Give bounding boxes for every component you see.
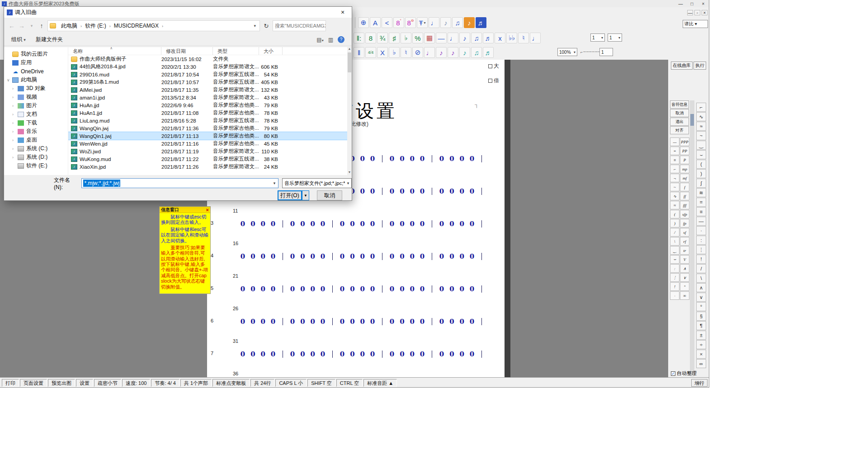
palette-icon[interactable]: !: [696, 255, 706, 264]
scrollbar-thumb[interactable]: [690, 114, 694, 126]
beamed-notes-icon[interactable]: ♫: [452, 17, 463, 28]
dialog-title-bar[interactable]: ♪ 调入旧曲 ×: [4, 7, 352, 18]
open-button[interactable]: 打开(O): [278, 190, 302, 200]
palette-icon[interactable]: §: [696, 312, 706, 321]
note-rest[interactable]: 0: [260, 252, 265, 261]
status-item[interactable]: 设置: [76, 379, 93, 387]
note-rest[interactable]: 0: [321, 252, 325, 261]
measure[interactable]: 0000: [285, 285, 330, 293]
note-rest[interactable]: 0: [420, 350, 425, 358]
articulation-icon[interactable]: —: [670, 137, 679, 146]
child-close-button[interactable]: ×: [702, 10, 708, 15]
organize-button[interactable]: 组织 ▾: [11, 36, 26, 43]
dynamic-button[interactable]: V: [680, 255, 689, 264]
note-orange-button[interactable]: ♪: [464, 17, 475, 28]
note-rest[interactable]: 0: [420, 187, 425, 195]
score-row[interactable]: 00000000000000000000: [235, 349, 484, 359]
note-rest[interactable]: 0: [310, 350, 315, 358]
minimize-button[interactable]: —: [675, 0, 686, 7]
note-rest[interactable]: 0: [459, 252, 464, 261]
measure[interactable]: 0000: [335, 318, 380, 326]
note-rest[interactable]: 0: [449, 187, 454, 195]
status-item[interactable]: 节奏: 4/ 4: [151, 379, 179, 387]
note-rest[interactable]: 0: [310, 318, 315, 326]
note-rest[interactable]: 0: [250, 220, 255, 228]
dynamic-button[interactable]: ∞: [680, 291, 689, 300]
breadcrumb-segment[interactable]: MUSICDREAMGX: [111, 23, 161, 29]
dynamic-button[interactable]: sf: [680, 228, 689, 237]
filename-value[interactable]: *.mjw;*.jjd;*.jwj: [83, 180, 120, 187]
status-item[interactable]: 预览出图: [48, 379, 75, 387]
note-rest[interactable]: 0: [260, 318, 265, 326]
teal-beamed-icon[interactable]: ♫: [471, 47, 482, 58]
note-rest[interactable]: 0: [439, 155, 444, 163]
address-dropdown-icon[interactable]: ▾: [251, 24, 259, 28]
refresh-icon[interactable]: ↻: [262, 23, 271, 29]
status-item[interactable]: CAPS L 小: [275, 379, 307, 387]
note-rest[interactable]: 0: [370, 252, 375, 261]
measure[interactable]: 0000: [285, 252, 330, 261]
file-row[interactable]: ♪WangQin1.jwj2021/8/17 11:13音乐梦想家吉他类...8…: [68, 132, 352, 140]
measure[interactable]: 0000: [335, 285, 380, 293]
note-rest[interactable]: 0: [420, 318, 425, 326]
articulation-icon[interactable]: ⋮: [670, 273, 679, 282]
dynamic-button[interactable]: fp: [680, 219, 689, 228]
dynamic-button[interactable]: mf: [680, 174, 689, 182]
target-tool-icon[interactable]: ⊕: [358, 17, 369, 28]
tuplet-tool-icon[interactable]: Ŧ▾: [417, 17, 428, 28]
note-rest[interactable]: 0: [459, 350, 464, 358]
teal-beamed16-icon[interactable]: ♬: [483, 47, 494, 58]
measure[interactable]: 0000: [235, 318, 281, 326]
note-rest[interactable]: 0: [300, 285, 305, 293]
sidebar-item-music[interactable]: ›音乐: [4, 127, 68, 136]
measure[interactable]: 0000: [335, 350, 380, 358]
note-info-button[interactable]: 对齐: [670, 126, 689, 134]
note-rest[interactable]: 0: [449, 285, 454, 293]
note-rest[interactable]: 0: [449, 155, 454, 163]
file-row[interactable]: ♪WangQin.jwj2021/8/17 11:36音乐梦想家吉他类...79…: [68, 124, 352, 132]
sidebar-item-pc[interactable]: ∨此电脑: [4, 76, 68, 84]
status-item[interactable]: 页面设置: [20, 379, 47, 387]
measure[interactable]: 0000: [384, 155, 430, 163]
note-rest[interactable]: 0: [310, 285, 315, 293]
track-spinner[interactable]: 1▾: [608, 33, 622, 42]
note-rest[interactable]: 0: [459, 155, 464, 163]
file-row[interactable]: ♪XiaoXin.jpd2021/8/17 11:26音乐梦想家简谱文...24…: [68, 163, 352, 171]
note-rest[interactable]: 0: [470, 285, 474, 293]
note-rest[interactable]: 0: [400, 187, 404, 195]
note-rest[interactable]: 0: [340, 350, 344, 358]
palette-icon[interactable]: ∞: [696, 359, 706, 368]
measure[interactable]: 0000: [285, 318, 330, 326]
note-rest[interactable]: 0: [390, 318, 394, 326]
palette-icon[interactable]: ‿: [696, 141, 706, 150]
checkbox-big[interactable]: 大: [488, 62, 499, 70]
filename-dropdown-icon[interactable]: ▾: [271, 181, 278, 185]
expander-icon[interactable]: ›: [12, 129, 18, 134]
flat2-icon[interactable]: ♭: [389, 47, 400, 58]
measure[interactable]: 0000: [434, 350, 480, 358]
note-rest[interactable]: 0: [310, 220, 315, 228]
note-rest[interactable]: 0: [300, 318, 305, 326]
auto-arrange-checkbox[interactable]: ✓ 自动整理: [671, 370, 697, 377]
maximize-button[interactable]: □: [686, 0, 698, 7]
dynamic-button[interactable]: ff: [680, 192, 689, 200]
natural2-icon[interactable]: ♮: [401, 47, 411, 58]
palette-icon[interactable]: ∨: [696, 293, 706, 302]
view-mode-icon[interactable]: ▤▾: [316, 37, 323, 43]
new-folder-button[interactable]: 新建文件夹: [36, 36, 63, 43]
measure[interactable]: 0000: [384, 318, 430, 326]
status-item[interactable]: 标准点变散板: [212, 379, 250, 387]
note-rest[interactable]: 0: [390, 252, 394, 261]
note-rest[interactable]: 0: [250, 252, 255, 261]
search-box[interactable]: 搜索"MUSICDREAMGX": [273, 20, 326, 31]
articulation-icon[interactable]: ≈: [670, 201, 679, 209]
beamed16-icon[interactable]: ♬: [483, 33, 494, 43]
sidebar-item-video[interactable]: ›视频: [4, 93, 68, 101]
dynamic-button[interactable]: mp: [680, 165, 689, 173]
note-rest[interactable]: 0: [449, 220, 454, 228]
note-info-button[interactable]: 退出: [670, 118, 689, 126]
expander-icon[interactable]: ›: [12, 147, 18, 151]
palette-icon[interactable]: \: [696, 274, 706, 283]
expander-icon[interactable]: ›: [12, 112, 18, 117]
eighth-note2-icon[interactable]: ♪: [459, 33, 470, 43]
